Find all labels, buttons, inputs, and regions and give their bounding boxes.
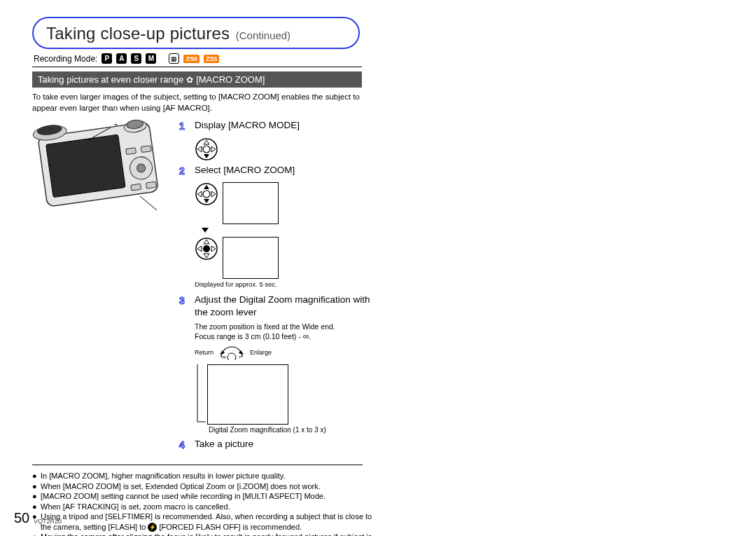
svg-marker-16 bbox=[204, 154, 209, 158]
dpad-icon-center bbox=[195, 237, 218, 261]
list-item: ●When [MACRO ZOOM] is set, Extended Opti… bbox=[32, 481, 374, 492]
section-header: Taking pictures at even closer range ✿ [… bbox=[32, 71, 362, 88]
svg-marker-22 bbox=[204, 185, 209, 189]
note-text: When [AF TRACKING] is set, zoom macro is… bbox=[41, 502, 230, 512]
svg-marker-29 bbox=[204, 254, 209, 258]
step-3-note-line2b: . bbox=[309, 332, 311, 341]
document-code: VQT2R20 bbox=[34, 518, 62, 525]
page-title-continued: (Continued) bbox=[236, 29, 290, 41]
note-text: When [MACRO ZOOM] is set, Extended Optic… bbox=[41, 481, 321, 492]
page-title-pill: Taking close-up pictures (Continued) bbox=[32, 17, 360, 49]
step-1-title: Display [MACRO MODE] bbox=[195, 119, 300, 132]
divider bbox=[32, 67, 362, 67]
note-text: In [MACRO ZOOM], higher magnification re… bbox=[41, 471, 285, 481]
section-text-left: Taking pictures at even closer range bbox=[38, 74, 183, 85]
svg-point-32 bbox=[227, 353, 236, 360]
zoom-lever-icon: W T bbox=[218, 345, 246, 360]
note-text: Moving the camera after aligning the foc… bbox=[41, 532, 374, 536]
mode-icon-a: A bbox=[116, 53, 127, 64]
dpad-icon-down bbox=[195, 137, 218, 161]
step-3-caption: Digital Zoom magnification (1 x to 3 x) bbox=[209, 426, 382, 434]
svg-marker-28 bbox=[204, 240, 209, 244]
dpad-icon-updown bbox=[195, 182, 218, 206]
svg-rect-11 bbox=[146, 181, 157, 188]
body-columns: Zoom lever bbox=[32, 119, 382, 456]
svg-text:W: W bbox=[222, 355, 226, 359]
camera-svg bbox=[32, 119, 165, 245]
screen-preview-box-2 bbox=[223, 237, 279, 279]
step-3-note-line2a: Focus range is 3 cm (0.10 feet) - bbox=[195, 332, 303, 341]
step-3: 3 Adjust the Digital Zoom magnification … bbox=[175, 294, 382, 318]
camera-illustration-column: Zoom lever bbox=[32, 119, 165, 456]
step-number-3: 3 bbox=[175, 294, 189, 308]
step-2: 2 Select [MACRO ZOOM] bbox=[175, 164, 382, 178]
step-2-title: Select [MACRO ZOOM] bbox=[195, 164, 295, 177]
svg-marker-25 bbox=[211, 191, 216, 197]
svg-marker-31 bbox=[211, 246, 216, 252]
callout-line-icon bbox=[195, 363, 207, 425]
svg-text:T: T bbox=[239, 355, 241, 359]
step-2-subrow2 bbox=[195, 237, 382, 279]
down-arrow-icon bbox=[202, 228, 209, 233]
infinity-icon: ∞ bbox=[303, 331, 309, 341]
notes-list: ●In [MACRO ZOOM], higher magnification r… bbox=[32, 471, 374, 536]
page-number: 50 bbox=[14, 510, 29, 526]
svg-line-13 bbox=[140, 196, 157, 210]
recording-mode-label: Recording Mode: bbox=[34, 54, 97, 64]
step-4-title: Take a picture bbox=[195, 438, 253, 451]
svg-marker-33 bbox=[220, 350, 225, 355]
step-2-caption: Displayed for approx. 5 sec. bbox=[195, 280, 382, 288]
macro-flower-icon: ✿ bbox=[186, 75, 193, 85]
recording-mode-row: Recording Mode: P A S M ▦ ZS6 ZS5 bbox=[32, 50, 735, 65]
svg-rect-10 bbox=[131, 184, 141, 191]
svg-marker-18 bbox=[197, 146, 202, 152]
svg-marker-17 bbox=[204, 140, 209, 144]
svg-point-15 bbox=[203, 146, 210, 153]
mode-icon-s: S bbox=[131, 53, 141, 64]
svg-point-21 bbox=[203, 191, 210, 198]
screen-preview-box-1 bbox=[223, 182, 279, 224]
list-item: ●In [MACRO ZOOM], higher magnification r… bbox=[32, 471, 374, 481]
step-4: 4 Take a picture bbox=[175, 438, 382, 452]
step-number-2: 2 bbox=[175, 164, 189, 178]
list-item: ●[MACRO ZOOM] setting cannot be used whi… bbox=[32, 491, 374, 502]
step-number-1: 1 bbox=[175, 119, 189, 133]
step-1: 1 Display [MACRO MODE] bbox=[175, 119, 382, 133]
mode-icon-m: M bbox=[146, 53, 156, 64]
svg-point-27 bbox=[203, 245, 210, 252]
svg-marker-30 bbox=[197, 246, 202, 252]
note-text: [MACRO ZOOM] setting cannot be used whil… bbox=[41, 491, 326, 502]
model-badge-zs6: ZS6 bbox=[183, 55, 200, 63]
zoom-control-row: Return W T Enlarge bbox=[195, 345, 382, 360]
camera-illustration bbox=[32, 119, 165, 245]
model-badge-zs5: ZS5 bbox=[204, 55, 220, 63]
svg-marker-24 bbox=[197, 191, 202, 197]
svg-marker-23 bbox=[204, 199, 209, 203]
section-text-right: [MACRO ZOOM] bbox=[196, 74, 265, 85]
step-3-note-line1: The zoom position is fixed at the Wide e… bbox=[195, 322, 335, 331]
note-text-flash: Using a tripod and [SELFTIMER] is recomm… bbox=[41, 511, 374, 532]
svg-marker-34 bbox=[239, 350, 244, 355]
list-item: ● Using a tripod and [SELFTIMER] is reco… bbox=[32, 511, 374, 532]
steps-column: 1 Display [MACRO MODE] 2 Select [MACRO Z… bbox=[175, 119, 382, 456]
page-title: Taking close-up pictures bbox=[46, 24, 230, 43]
step-3-note: The zoom position is fixed at the Wide e… bbox=[195, 322, 382, 342]
step-number-4: 4 bbox=[175, 438, 189, 452]
forced-flash-off-icon: ⚡ bbox=[148, 523, 157, 532]
clipboard-icon: ▦ bbox=[169, 53, 179, 64]
screen-preview-box-3 bbox=[207, 364, 288, 425]
step-3-title: Adjust the Digital Zoom magnification wi… bbox=[195, 294, 382, 318]
divider-bottom bbox=[32, 465, 363, 465]
list-item: ●When [AF TRACKING] is set, zoom macro i… bbox=[32, 502, 374, 512]
step-2-subrow bbox=[195, 182, 382, 224]
zoom-return-label: Return bbox=[195, 349, 214, 356]
intro-paragraph: To take even larger images of the subjec… bbox=[32, 92, 368, 114]
svg-rect-9 bbox=[141, 146, 151, 153]
list-item: ●Moving the camera after aligning the fo… bbox=[32, 532, 374, 536]
svg-marker-19 bbox=[211, 146, 216, 152]
svg-rect-8 bbox=[126, 148, 136, 155]
mode-icon-p: P bbox=[102, 53, 112, 64]
manual-page: Taking close-up pictures (Continued) Rec… bbox=[0, 0, 756, 536]
zoom-enlarge-label: Enlarge bbox=[250, 349, 272, 356]
svg-rect-1 bbox=[46, 135, 126, 198]
